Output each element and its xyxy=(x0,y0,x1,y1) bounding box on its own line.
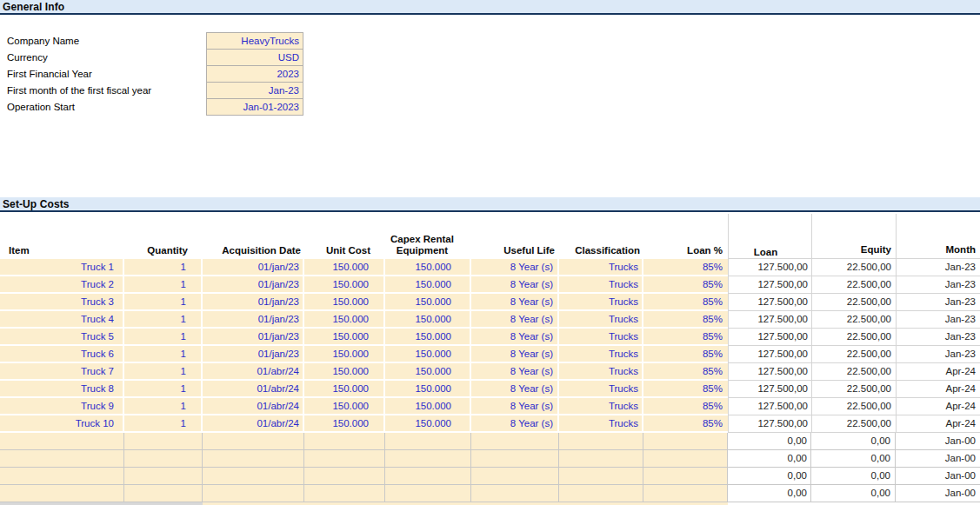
table-cell[interactable]: 22.500,00 xyxy=(811,346,896,363)
table-cell[interactable] xyxy=(559,485,643,502)
table-cell[interactable]: 01/jan/23 xyxy=(203,259,304,276)
table-cell[interactable]: 127.500,00 xyxy=(728,294,811,311)
table-cell[interactable]: 150.000 xyxy=(304,311,385,329)
table-cell[interactable]: 01/abr/24 xyxy=(203,363,304,381)
table-cell[interactable]: Jan-23 xyxy=(896,294,980,311)
table-cell[interactable]: Apr-24 xyxy=(896,415,980,433)
table-cell[interactable]: Trucks xyxy=(559,294,643,311)
table-cell[interactable]: 150.000 xyxy=(304,294,385,311)
table-cell[interactable]: Jan-00 xyxy=(896,433,980,450)
table-cell[interactable] xyxy=(0,468,124,485)
table-cell[interactable]: Truck 1 xyxy=(0,259,124,276)
table-cell[interactable]: 8 Year (s) xyxy=(471,381,559,398)
table-cell[interactable]: Apr-24 xyxy=(896,381,980,398)
table-cell[interactable]: Jan-23 xyxy=(896,346,980,363)
table-cell[interactable]: 0,00 xyxy=(811,485,896,502)
table-cell[interactable]: Truck 7 xyxy=(0,363,124,381)
table-cell[interactable] xyxy=(203,485,304,502)
table-cell[interactable]: 8 Year (s) xyxy=(471,294,559,311)
table-cell[interactable] xyxy=(471,433,559,450)
table-cell[interactable]: 1 xyxy=(124,311,203,329)
table-cell[interactable]: 8 Year (s) xyxy=(471,329,559,346)
table-cell[interactable]: 8 Year (s) xyxy=(471,259,559,276)
column-header-quantity[interactable]: Quantity xyxy=(124,214,203,259)
table-cell[interactable] xyxy=(643,450,728,468)
table-cell[interactable] xyxy=(643,468,728,485)
table-cell[interactable]: 22.500,00 xyxy=(811,276,896,294)
table-cell[interactable]: 85% xyxy=(643,311,728,329)
table-cell[interactable]: 127.500,00 xyxy=(728,346,811,363)
table-cell[interactable] xyxy=(304,468,385,485)
table-cell[interactable]: Truck 2 xyxy=(0,276,124,294)
table-cell[interactable]: 1 xyxy=(124,415,203,433)
table-cell[interactable]: Trucks xyxy=(559,329,643,346)
first-fiscal-month-input-cell[interactable]: Jan-23 xyxy=(206,82,303,99)
table-cell[interactable]: 150.000 xyxy=(304,329,385,346)
table-cell[interactable] xyxy=(124,433,203,450)
table-cell[interactable]: 1 xyxy=(124,398,203,415)
table-cell[interactable]: Jan-00 xyxy=(896,468,980,485)
table-cell[interactable]: 127.500,00 xyxy=(728,398,811,415)
table-cell[interactable]: Truck 6 xyxy=(0,346,124,363)
table-cell[interactable] xyxy=(559,433,643,450)
table-cell[interactable] xyxy=(304,450,385,468)
table-cell[interactable]: 1 xyxy=(124,294,203,311)
table-cell[interactable]: Truck 3 xyxy=(0,294,124,311)
column-header-classification[interactable]: Classification xyxy=(559,214,643,259)
table-cell[interactable] xyxy=(203,433,304,450)
table-cell[interactable]: Trucks xyxy=(559,381,643,398)
table-cell[interactable]: 85% xyxy=(643,346,728,363)
table-cell[interactable]: 150.000 xyxy=(385,311,471,329)
table-cell[interactable]: 85% xyxy=(643,329,728,346)
table-cell[interactable]: 8 Year (s) xyxy=(471,276,559,294)
table-cell[interactable] xyxy=(124,485,203,502)
table-cell[interactable] xyxy=(203,468,304,485)
table-cell[interactable] xyxy=(471,485,559,502)
table-cell[interactable]: Apr-24 xyxy=(896,398,980,415)
table-cell[interactable]: 127.500,00 xyxy=(728,311,811,329)
table-cell[interactable]: Truck 8 xyxy=(0,381,124,398)
table-cell[interactable]: 01/jan/23 xyxy=(203,311,304,329)
column-header-loan-pct[interactable]: Loan % xyxy=(643,214,728,259)
table-cell[interactable]: 150.000 xyxy=(385,329,471,346)
table-cell[interactable]: 85% xyxy=(643,276,728,294)
table-cell[interactable]: 8 Year (s) xyxy=(471,415,559,433)
table-cell[interactable]: 1 xyxy=(124,329,203,346)
table-cell[interactable]: 0,00 xyxy=(728,433,811,450)
table-cell[interactable]: 22.500,00 xyxy=(811,415,896,433)
table-cell[interactable] xyxy=(643,433,728,450)
table-cell[interactable]: 150.000 xyxy=(304,415,385,433)
currency-input-cell[interactable]: USD xyxy=(206,49,303,66)
table-cell[interactable]: 150.000 xyxy=(385,276,471,294)
table-cell[interactable]: 150.000 xyxy=(385,346,471,363)
table-cell[interactable]: Trucks xyxy=(559,415,643,433)
table-cell[interactable] xyxy=(385,450,471,468)
table-cell[interactable] xyxy=(124,450,203,468)
table-cell[interactable]: 01/abr/24 xyxy=(203,398,304,415)
table-cell[interactable]: 0,00 xyxy=(728,450,811,468)
table-cell[interactable]: 22.500,00 xyxy=(811,329,896,346)
table-cell[interactable]: 22.500,00 xyxy=(811,294,896,311)
table-cell[interactable]: Trucks xyxy=(559,346,643,363)
table-cell[interactable]: 0,00 xyxy=(728,468,811,485)
company-name-input-cell[interactable]: HeavyTrucks xyxy=(206,32,303,50)
table-cell[interactable]: 0,00 xyxy=(728,485,811,502)
table-cell[interactable]: 85% xyxy=(643,381,728,398)
table-cell[interactable]: 127.500,00 xyxy=(728,259,811,276)
table-cell[interactable]: 01/jan/23 xyxy=(203,294,304,311)
table-cell[interactable]: 01/abr/24 xyxy=(203,415,304,433)
table-cell[interactable]: 01/jan/23 xyxy=(203,276,304,294)
table-cell[interactable]: Jan-23 xyxy=(896,311,980,329)
table-cell[interactable]: 01/abr/24 xyxy=(203,381,304,398)
table-cell[interactable]: 150.000 xyxy=(304,346,385,363)
table-cell[interactable]: 85% xyxy=(643,363,728,381)
table-cell[interactable]: Apr-24 xyxy=(896,363,980,381)
table-cell[interactable] xyxy=(0,450,124,468)
table-cell[interactable]: 22.500,00 xyxy=(811,259,896,276)
table-cell[interactable]: 22.500,00 xyxy=(811,381,896,398)
table-cell[interactable]: Truck 10 xyxy=(0,415,124,433)
table-cell[interactable]: 127.500,00 xyxy=(728,363,811,381)
table-cell[interactable]: 1 xyxy=(124,259,203,276)
column-header-item[interactable]: Item xyxy=(0,214,124,259)
table-cell[interactable]: 85% xyxy=(643,294,728,311)
